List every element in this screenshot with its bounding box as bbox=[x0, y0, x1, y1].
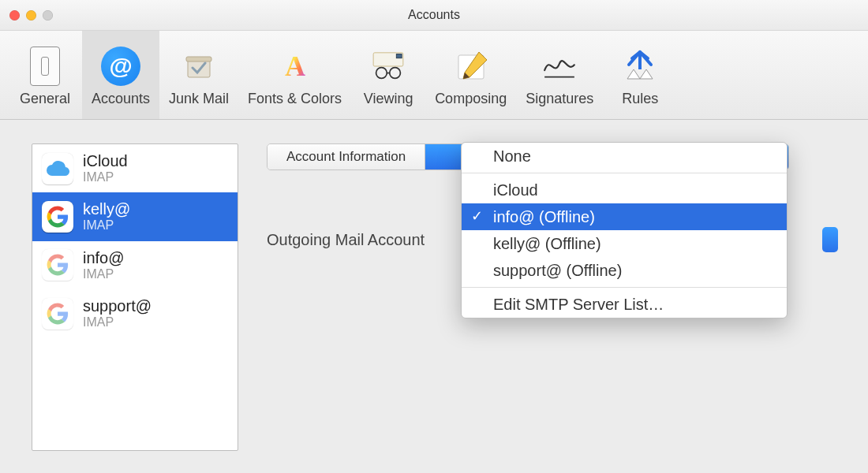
toolbar-signatures-label: Signatures bbox=[526, 91, 593, 107]
svg-rect-0 bbox=[188, 60, 210, 77]
toolbar-composing-label: Composing bbox=[435, 91, 507, 107]
toolbar-rules[interactable]: Rules bbox=[603, 31, 677, 119]
smtp-popup-button[interactable] bbox=[822, 227, 838, 252]
account-row-name: iCloud bbox=[83, 152, 128, 170]
smtp-edit-server-list[interactable]: ✓ Edit SMTP Server List… bbox=[462, 291, 787, 318]
icloud-icon bbox=[42, 153, 73, 184]
trash-icon bbox=[180, 47, 218, 85]
google-icon bbox=[42, 298, 73, 330]
account-row-kelly[interactable]: kelly@ IMAP bbox=[32, 192, 238, 240]
account-sidebar: iCloud IMAP kelly@ IMAP bbox=[32, 143, 238, 451]
account-row-support[interactable]: support@ IMAP bbox=[32, 289, 238, 337]
zoom-window-button[interactable] bbox=[43, 10, 53, 20]
close-window-button[interactable] bbox=[9, 10, 20, 20]
account-detail-panel: Account Information s Outgoing Mail Acco… bbox=[267, 143, 836, 451]
smtp-option-label: kelly@ (Offline) bbox=[493, 235, 601, 253]
window-title: Accounts bbox=[0, 8, 868, 22]
account-row-icloud[interactable]: iCloud IMAP bbox=[32, 144, 238, 192]
svg-rect-1 bbox=[186, 57, 211, 61]
account-row-protocol: IMAP bbox=[83, 315, 152, 330]
smtp-option-label: Edit SMTP Server List… bbox=[493, 296, 664, 314]
tab-account-information[interactable]: Account Information bbox=[268, 144, 425, 169]
smtp-option-icloud[interactable]: ✓ iCloud bbox=[462, 177, 787, 203]
toolbar-composing[interactable]: Composing bbox=[425, 31, 516, 119]
google-icon bbox=[42, 249, 73, 281]
fonts-colors-icon: A bbox=[276, 47, 314, 85]
preferences-toolbar: General @ Accounts Junk Mail bbox=[0, 31, 868, 120]
toolbar-junk-mail[interactable]: Junk Mail bbox=[159, 31, 238, 119]
smtp-option-none[interactable]: ✓ None bbox=[462, 143, 787, 169]
svg-rect-4 bbox=[396, 54, 402, 58]
titlebar: Accounts bbox=[0, 0, 868, 31]
toolbar-viewing-label: Viewing bbox=[364, 91, 413, 107]
toolbar-signatures[interactable]: Signatures bbox=[516, 31, 603, 119]
switch-icon bbox=[30, 47, 60, 86]
account-row-protocol: IMAP bbox=[83, 218, 130, 233]
toolbar-fonts-colors[interactable]: A Fonts & Colors bbox=[238, 31, 351, 119]
toolbar-junk-label: Junk Mail bbox=[169, 91, 229, 107]
smtp-option-label: iCloud bbox=[493, 181, 538, 199]
glasses-icon bbox=[369, 47, 407, 85]
smtp-option-support[interactable]: ✓ support@ (Offline) bbox=[462, 257, 787, 284]
smtp-popup-menu: ✓ None ✓ iCloud ✓ info@ (Offline) ✓ kell… bbox=[461, 142, 788, 318]
google-icon bbox=[42, 201, 73, 233]
svg-marker-12 bbox=[640, 69, 653, 79]
toolbar-accounts[interactable]: @ Accounts bbox=[82, 31, 159, 119]
account-row-name: kelly@ bbox=[83, 200, 130, 218]
at-sign-icon: @ bbox=[101, 47, 140, 86]
account-row-info[interactable]: info@ IMAP bbox=[32, 241, 238, 289]
svg-marker-11 bbox=[627, 69, 640, 79]
toolbar-rules-label: Rules bbox=[622, 91, 658, 107]
account-row-protocol: IMAP bbox=[83, 170, 128, 184]
menu-separator bbox=[462, 173, 787, 173]
svg-point-5 bbox=[376, 67, 387, 78]
account-row-name: info@ bbox=[83, 249, 125, 267]
window-controls bbox=[9, 10, 53, 20]
smtp-option-kelly[interactable]: ✓ kelly@ (Offline) bbox=[462, 230, 787, 257]
toolbar-fonts-label: Fonts & Colors bbox=[248, 91, 342, 107]
smtp-option-label: info@ (Offline) bbox=[493, 208, 595, 226]
minimize-window-button[interactable] bbox=[26, 10, 36, 20]
account-row-name: support@ bbox=[83, 297, 152, 315]
toolbar-general-label: General bbox=[20, 91, 70, 107]
svg-point-6 bbox=[390, 67, 401, 78]
account-row-protocol: IMAP bbox=[83, 267, 125, 281]
outgoing-mail-label: Outgoing Mail Account bbox=[267, 231, 425, 249]
smtp-option-info[interactable]: ✓ info@ (Offline) bbox=[462, 203, 787, 230]
toolbar-accounts-label: Accounts bbox=[92, 91, 150, 107]
rules-icon bbox=[621, 47, 659, 85]
signature-icon bbox=[541, 47, 578, 85]
toolbar-viewing[interactable]: Viewing bbox=[351, 31, 425, 119]
body-area: iCloud IMAP kelly@ IMAP bbox=[0, 120, 868, 473]
svg-text:A: A bbox=[285, 50, 305, 82]
toolbar-general[interactable]: General bbox=[8, 31, 82, 119]
menu-separator bbox=[462, 287, 787, 288]
smtp-option-label: support@ (Offline) bbox=[493, 262, 622, 280]
compose-icon bbox=[452, 47, 490, 85]
checkmark-icon: ✓ bbox=[471, 207, 483, 225]
smtp-option-label: None bbox=[493, 147, 531, 166]
